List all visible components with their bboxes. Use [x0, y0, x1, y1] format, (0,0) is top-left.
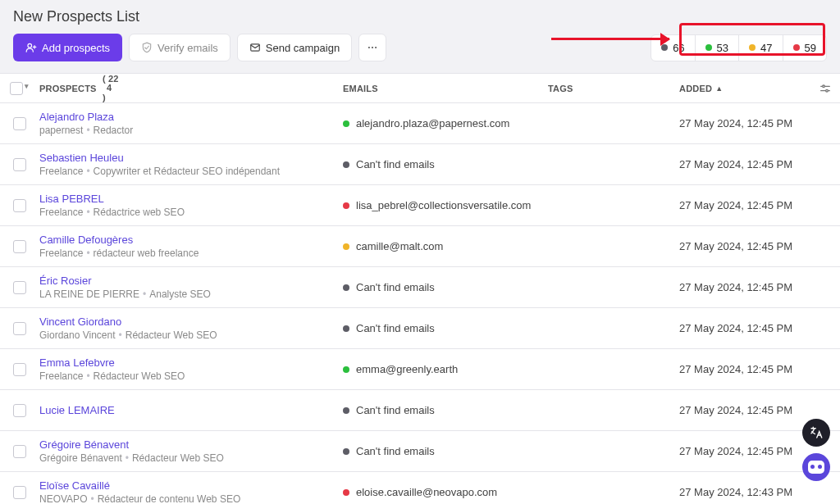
prospect-name-link[interactable]: Emma Lefebvre — [39, 356, 343, 369]
add-prospects-button[interactable]: Add prospects — [13, 34, 122, 61]
email-cell: Can't find emails — [343, 281, 548, 293]
row-checkbox[interactable] — [13, 486, 26, 499]
dot-green-icon — [705, 44, 712, 51]
added-date: 27 May 2024, 12:45 PM — [679, 158, 807, 170]
row-checkbox[interactable] — [13, 117, 26, 130]
more-actions-button[interactable] — [358, 34, 386, 61]
prospect-name-link[interactable]: Sebastien Heuleu — [39, 152, 343, 164]
added-date: 27 May 2024, 12:45 PM — [679, 281, 807, 293]
chevron-down-icon[interactable]: ▾ — [25, 82, 29, 95]
status-yellow[interactable]: 47 — [738, 35, 782, 61]
svg-point-4 — [375, 47, 377, 48]
col-prospects-label: PROSPECTS — [39, 84, 97, 93]
prospect-subtitle: Freelance•Rédacteur Web SEO — [39, 370, 343, 382]
status-dot-icon — [343, 366, 349, 373]
status-dot-icon — [343, 489, 349, 496]
add-prospects-label: Add prospects — [42, 42, 110, 54]
status-green[interactable]: 53 — [695, 35, 738, 61]
dot-dark-icon — [661, 44, 668, 51]
prospect-name-link[interactable]: Eloïse Cavaillé — [39, 479, 343, 492]
status-yellow-count: 47 — [760, 42, 772, 54]
envelope-icon — [249, 42, 261, 53]
prospect-subtitle: LA REINE DE PIERRE•Analyste SEO — [39, 288, 343, 300]
translate-icon — [809, 425, 824, 440]
prospect-subtitle: Grégoire Bénavent•Rédacteur Web SEO — [39, 452, 343, 464]
col-prospects[interactable]: PROSPECTS ( 224 ) — [39, 74, 343, 102]
added-date: 27 May 2024, 12:45 PM — [679, 117, 807, 129]
row-checkbox[interactable] — [13, 199, 26, 212]
row-checkbox[interactable] — [13, 445, 26, 458]
col-emails[interactable]: EMAILS — [343, 84, 548, 93]
col-tags[interactable]: TAGS — [548, 84, 679, 93]
email-missing: Can't find emails — [356, 445, 435, 457]
email-cell: Can't find emails — [343, 445, 548, 457]
status-dot-icon — [343, 120, 349, 127]
status-red-count: 59 — [805, 42, 816, 54]
prospects-count: ( 224 ) — [100, 74, 119, 102]
prospect-subtitle: Freelance•rédacteur web freelance — [39, 247, 343, 259]
prospect-name-link[interactable]: Grégoire Bénavent — [39, 438, 343, 451]
email-missing: Can't find emails — [356, 281, 435, 293]
select-all-checkbox[interactable] — [10, 82, 23, 95]
email-missing: Can't find emails — [356, 404, 435, 416]
prospect-name-link[interactable]: Vincent Giordano — [39, 316, 343, 328]
email-cell: lisa_pebrel@collectionsversatile.com — [343, 199, 548, 211]
verify-emails-button[interactable]: Verify emails — [129, 34, 231, 61]
prospect-name-link[interactable]: Éric Rosier — [39, 275, 343, 287]
email-cell: Can't find emails — [343, 322, 548, 334]
prospect-subtitle: Freelance•Copywriter et Rédacteur SEO in… — [39, 166, 343, 177]
prospect-subtitle: Giordano Vincent•Rédacteur Web SEO — [39, 329, 343, 341]
settings-columns-button[interactable] — [819, 82, 832, 95]
row-checkbox[interactable] — [13, 363, 26, 376]
row-checkbox[interactable] — [13, 404, 26, 417]
svg-point-2 — [368, 47, 370, 48]
prospect-name-link[interactable]: Camille Defougères — [39, 234, 343, 246]
email-text: camille@malt.com — [356, 240, 443, 252]
status-dot-icon — [343, 202, 349, 209]
table-row: Vincent GiordanoGiordano Vincent•Rédacte… — [0, 308, 840, 349]
status-dot-icon — [343, 407, 349, 414]
email-cell: camille@malt.com — [343, 240, 548, 252]
page-title: New Prospects List — [0, 0, 840, 25]
email-cell: emma@greenly.earth — [343, 363, 548, 375]
email-text: eloise.cavaille@neovapo.com — [356, 486, 497, 498]
svg-point-3 — [372, 47, 373, 48]
row-checkbox[interactable] — [13, 240, 26, 253]
sort-asc-icon: ▲ — [715, 84, 723, 93]
prospect-name-link[interactable]: Alejandro Plaza — [39, 111, 343, 123]
svg-point-8 — [826, 89, 829, 92]
status-dark[interactable]: 66 — [651, 35, 694, 61]
status-red[interactable]: 59 — [783, 35, 826, 61]
ellipsis-icon — [367, 42, 378, 53]
shield-check-icon — [141, 42, 153, 53]
table-row: Sebastien HeuleuFreelance•Copywriter et … — [0, 144, 840, 185]
bot-icon — [808, 461, 824, 474]
email-cell: Can't find emails — [343, 404, 548, 416]
prospect-name-link[interactable]: Lisa PEBREL — [39, 193, 343, 205]
row-checkbox[interactable] — [13, 322, 26, 335]
row-checkbox[interactable] — [13, 281, 26, 294]
prospect-subtitle: papernest•Redactor — [39, 125, 343, 136]
toolbar: Add prospects Verify emails Send campaig… — [0, 25, 840, 73]
col-added[interactable]: ADDED ▲ — [679, 84, 807, 93]
email-cell: eloise.cavaille@neovapo.com — [343, 486, 548, 498]
email-missing: Can't find emails — [356, 158, 435, 170]
prospect-name-link[interactable]: Lucie LEMAIRE — [39, 404, 343, 416]
chatbot-button[interactable] — [802, 453, 830, 481]
table-row: Emma LefebvreFreelance•Rédacteur Web SEO… — [0, 349, 840, 390]
added-date: 27 May 2024, 12:45 PM — [679, 404, 807, 416]
table-row: Éric RosierLA REINE DE PIERRE•Analyste S… — [0, 267, 840, 308]
svg-point-7 — [823, 85, 825, 88]
user-plus-icon — [25, 42, 37, 53]
translate-button[interactable] — [802, 419, 830, 447]
added-date: 27 May 2024, 12:45 PM — [679, 240, 807, 252]
row-checkbox[interactable] — [13, 158, 26, 171]
send-campaign-button[interactable]: Send campaign — [237, 34, 352, 61]
email-text: lisa_pebrel@collectionsversatile.com — [356, 199, 531, 211]
email-cell: Can't find emails — [343, 158, 548, 170]
status-dot-icon — [343, 325, 349, 332]
table-header: ▾ PROSPECTS ( 224 ) EMAILS TAGS ADDED ▲ — [0, 74, 840, 103]
verify-emails-label: Verify emails — [158, 42, 218, 54]
send-campaign-label: Send campaign — [266, 42, 340, 54]
table-row: Camille DefougèresFreelance•rédacteur we… — [0, 226, 840, 267]
